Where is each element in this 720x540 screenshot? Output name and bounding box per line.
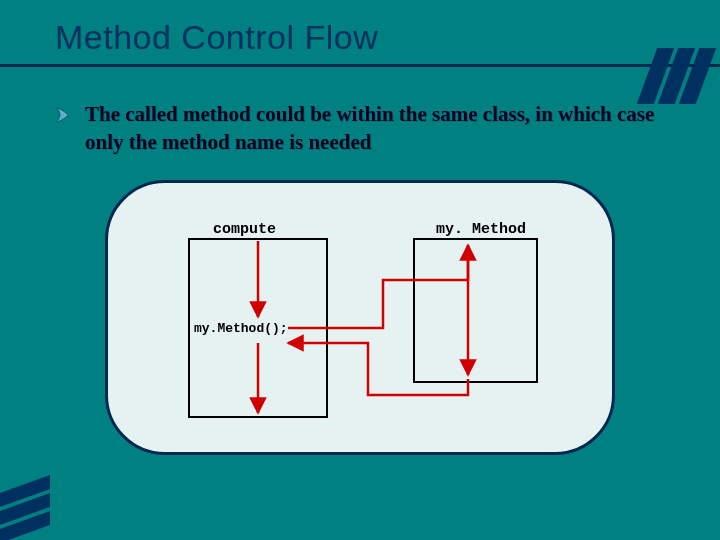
bullet-item: The called method could be within the sa… [55, 100, 690, 157]
bullet-text: The called method could be within the sa… [85, 100, 690, 157]
diagram-panel: compute my. Method my.Method(); [105, 180, 615, 455]
bullet-icon [55, 106, 73, 128]
flow-arrows [108, 183, 618, 458]
slide: Method Control Flow The called method co… [0, 0, 720, 540]
decoration-stripes-bottom-left [0, 480, 50, 534]
slide-title: Method Control Flow [55, 18, 378, 57]
decoration-stripes-top-right [643, 48, 706, 108]
title-underline [0, 64, 720, 67]
